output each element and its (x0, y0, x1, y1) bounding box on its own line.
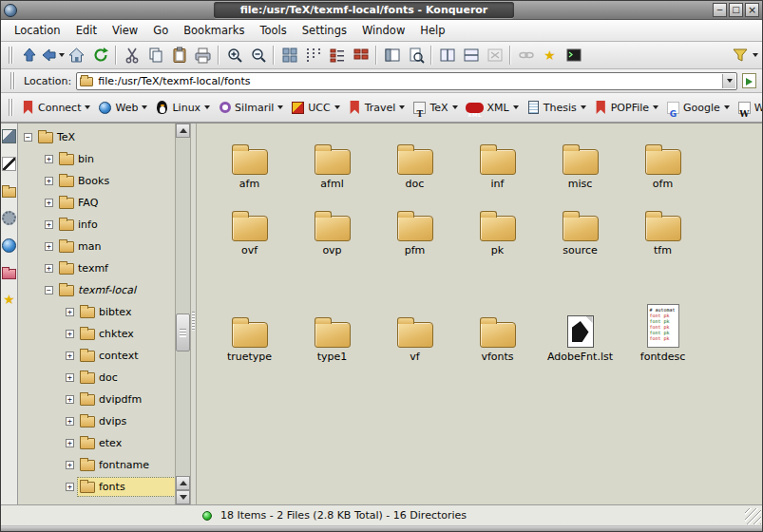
file-item-pk[interactable]: pk (456, 198, 539, 256)
scroll-up-button[interactable] (176, 476, 190, 490)
reload-icon[interactable] (88, 44, 112, 66)
sidebar-tab-services-icon[interactable] (2, 211, 16, 225)
bookmark-silmaril[interactable]: Silmaril (214, 99, 287, 117)
expand-icon[interactable] (45, 264, 53, 273)
bookmark-tex[interactable]: TeX (409, 99, 461, 117)
menu-tools[interactable]: Tools (252, 21, 294, 40)
tree-item-man[interactable]: man (18, 236, 175, 257)
location-input[interactable] (98, 73, 721, 89)
sidebar-tab-wand-icon[interactable] (2, 129, 16, 143)
sidebar-tab-bookmarks-icon[interactable] (2, 293, 16, 307)
icon-view-icon[interactable] (277, 44, 301, 66)
back-icon[interactable] (41, 44, 65, 66)
tree-item-fontname[interactable]: fontname (18, 454, 175, 476)
file-item-fontdesc[interactable]: # automat font pk font pk font pk font p… (621, 264, 704, 363)
split-view-left-right-icon[interactable] (435, 44, 459, 66)
menu-location[interactable]: Location (7, 21, 68, 40)
expand-icon[interactable] (45, 155, 53, 163)
bookmark-xml[interactable]: XML (462, 99, 523, 117)
bookmark-connect[interactable]: Connect (17, 99, 94, 117)
expand-icon[interactable] (45, 177, 53, 185)
file-item-tfm[interactable]: tfm (621, 198, 704, 256)
location-toolbar-drag-handle[interactable] (10, 72, 15, 89)
file-item-type1[interactable]: type1 (291, 264, 373, 363)
collapse-icon[interactable] (24, 133, 32, 142)
maximize-button[interactable] (729, 3, 743, 17)
tree-item-texmf[interactable]: texmf (18, 257, 175, 279)
file-item-pfm[interactable]: pfm (373, 198, 456, 256)
file-item-misc[interactable]: misc (539, 129, 621, 190)
bookmark-wikipedia[interactable]: Wikipedia (734, 99, 763, 117)
bookmark-web[interactable]: Web (94, 99, 151, 117)
minimize-button[interactable] (713, 3, 727, 17)
bookmark-thesis[interactable]: Thesis (523, 99, 590, 117)
file-item-afm[interactable]: afm (208, 129, 291, 190)
menu-bookmarks[interactable]: Bookmarks (176, 21, 252, 40)
detailed-list-view-icon[interactable] (325, 44, 349, 66)
toolbar-drag-handle[interactable] (9, 47, 13, 64)
file-item-truetype[interactable]: truetype (208, 264, 291, 363)
bookmark-travel[interactable]: Travel (344, 99, 410, 117)
tree-item-faq[interactable]: FAQ (18, 192, 175, 214)
close-button[interactable] (745, 3, 759, 17)
location-dropdown-button[interactable] (722, 74, 735, 88)
expand-icon[interactable] (66, 483, 74, 491)
tree-item-books[interactable]: Books (18, 170, 175, 192)
collapse-icon[interactable] (45, 286, 53, 294)
title-bar[interactable]: file:/usr/TeX/texmf-local/fonts - Konque… (1, 1, 762, 20)
menu-go[interactable]: Go (145, 21, 176, 40)
menu-help[interactable]: Help (412, 21, 452, 40)
tree-item-tex[interactable]: TeX (18, 126, 175, 148)
tree-item-info[interactable]: info (18, 214, 175, 236)
sidebar-tab-home-folder-icon[interactable] (2, 187, 16, 198)
navigation-panel-icon[interactable] (380, 44, 404, 66)
split-view-top-bottom-icon[interactable] (459, 44, 483, 66)
file-item-ovf[interactable]: ovf (208, 198, 291, 256)
bookmark-ucc[interactable]: UCC (287, 99, 343, 117)
expand-icon[interactable] (66, 461, 74, 469)
home-icon[interactable] (65, 44, 88, 66)
menu-settings[interactable]: Settings (295, 21, 354, 40)
sidebar-tab-history-icon[interactable] (2, 269, 16, 279)
toolbar-overflow-chevron-icon[interactable] (753, 53, 758, 57)
tree-item-doc[interactable]: doc (18, 367, 175, 389)
expand-icon[interactable] (45, 199, 53, 207)
tree-scrollbar[interactable] (176, 124, 191, 504)
tree-item-bin[interactable]: bin (18, 148, 175, 170)
sidebar-tab-network-icon[interactable] (2, 238, 16, 253)
expand-icon[interactable] (66, 352, 74, 360)
location-combobox[interactable] (76, 72, 737, 90)
filter-funnel-icon[interactable] (728, 44, 752, 66)
bookmark-popfile[interactable]: POPFile (590, 99, 662, 117)
menu-edit[interactable]: Edit (68, 21, 105, 40)
scroll-up-button[interactable] (176, 124, 190, 138)
tree-item-texmf-local[interactable]: texmf-local (18, 279, 175, 301)
expand-icon[interactable] (66, 330, 74, 338)
sidebar-tab-pen-icon[interactable] (2, 157, 16, 171)
expand-icon[interactable] (66, 395, 74, 404)
file-item-source[interactable]: source (539, 198, 621, 256)
zoom-in-icon[interactable] (222, 44, 246, 66)
menu-view[interactable]: View (105, 21, 145, 40)
cut-icon[interactable] (120, 44, 143, 66)
find-file-icon[interactable] (404, 44, 428, 66)
expand-icon[interactable] (66, 417, 74, 426)
file-item-vfonts[interactable]: vfonts (456, 264, 539, 363)
bookmark-google[interactable]: Google (662, 99, 734, 117)
tree-item-context[interactable]: context (18, 345, 175, 367)
scroll-down-button[interactable] (176, 490, 190, 504)
file-item-adobefnt[interactable]: AdobeFnt.lst (539, 264, 621, 363)
text-view-icon[interactable] (349, 44, 372, 66)
file-item-afml[interactable]: afml (291, 129, 373, 190)
window-menu-gear-icon[interactable] (4, 4, 17, 17)
menu-window[interactable]: Window (354, 21, 412, 40)
tree-item-fonts[interactable]: fonts (18, 476, 175, 498)
file-item-inf[interactable]: inf (456, 129, 539, 190)
file-item-ofm[interactable]: ofm (621, 129, 704, 190)
expand-icon[interactable] (66, 308, 74, 316)
paste-icon[interactable] (167, 44, 191, 66)
file-item-doc[interactable]: doc (373, 129, 456, 190)
tree-item-etex[interactable]: etex (18, 432, 175, 454)
file-item-ovp[interactable]: ovp (291, 198, 373, 256)
expand-icon[interactable] (45, 242, 53, 251)
